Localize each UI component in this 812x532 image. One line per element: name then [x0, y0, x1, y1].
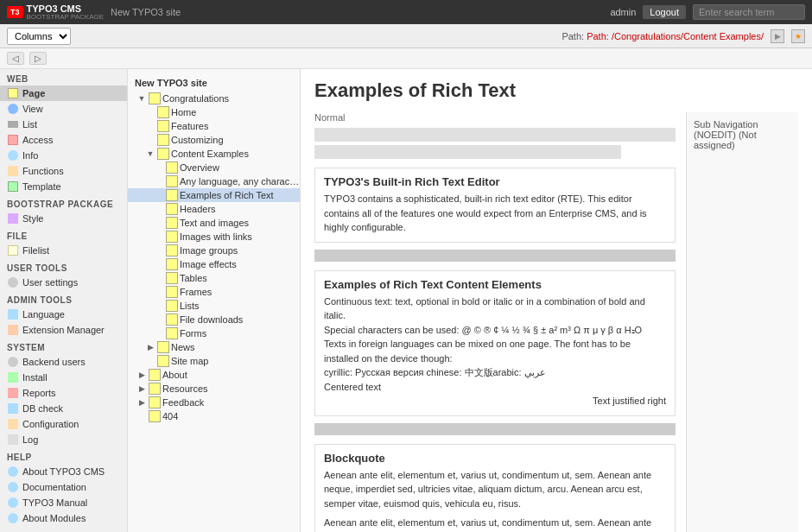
- sidebar-item-documentation[interactable]: Documentation: [0, 479, 127, 495]
- tree-item-text-feedback: Feedback: [162, 397, 204, 408]
- tree-item-images-links[interactable]: Images with links: [128, 230, 300, 244]
- sidebar-item-about-modules[interactable]: About Modules: [0, 510, 127, 526]
- sidebar-item-label-db-check: DB check: [22, 403, 63, 414]
- tree-toggle-about[interactable]: ▶: [136, 370, 147, 380]
- columns-select[interactable]: Columns: [7, 28, 71, 45]
- sidebar-item-reports[interactable]: Reports: [0, 385, 127, 401]
- elements-text6: Text justified right: [324, 394, 666, 408]
- install-icon: [7, 371, 19, 383]
- tree-item-content-examples[interactable]: ▼Content Examples: [128, 147, 300, 161]
- sidebar-section-file: FILE: [0, 226, 127, 243]
- sidebar-item-template[interactable]: Template: [0, 179, 127, 194]
- tree-toggle-file-downloads: [154, 314, 164, 325]
- tree-item-congratulations[interactable]: ▼Congratulations: [128, 92, 300, 105]
- sidebar-item-access[interactable]: Access: [0, 132, 127, 148]
- back-icon[interactable]: ◁: [7, 52, 24, 65]
- tree-item-image-effects[interactable]: Image effects: [128, 257, 300, 271]
- tree-item-lists[interactable]: Lists: [128, 299, 300, 313]
- next-page-icon[interactable]: ★: [791, 29, 805, 43]
- tree-page-icon-resources: [149, 383, 161, 395]
- sidebar-item-info[interactable]: Info: [0, 148, 127, 163]
- tree-item-tables[interactable]: Tables: [128, 271, 300, 285]
- tree-page-icon-features: [157, 120, 169, 132]
- tree-page-icon-images-links: [166, 231, 178, 243]
- tree-item-any-language[interactable]: Any language, any character: [128, 174, 300, 188]
- tree-page-icon-home: [157, 106, 169, 118]
- path-display: Path: Path: /Congratulations/Content Exa…: [561, 31, 764, 41]
- tree-item-image-groups[interactable]: Image groups: [128, 244, 300, 257]
- tree-item-rich-text[interactable]: Examples of Rich Text: [128, 188, 300, 202]
- tree-toggle-feedback[interactable]: ▶: [136, 397, 147, 408]
- page-title: Examples of Rich Text: [314, 79, 798, 102]
- tree-toggle-news[interactable]: ▶: [145, 342, 155, 352]
- sidebar-item-label-about-modules: About Modules: [22, 513, 86, 523]
- forward-icon[interactable]: ▷: [29, 52, 47, 65]
- tree-toggle-site-map: [145, 356, 155, 366]
- sidebar-item-label-reports: Reports: [22, 388, 56, 398]
- tree-page-icon-file-downloads: [166, 314, 178, 326]
- sidebar-item-log[interactable]: Log: [0, 432, 127, 447]
- tree-item-site-map[interactable]: Site map: [128, 354, 300, 368]
- tree-item-frames[interactable]: Frames: [128, 285, 300, 299]
- tree-toggle-rich-text: [154, 190, 164, 200]
- tree-item-resources[interactable]: ▶Resources: [128, 382, 300, 396]
- module-toolbar: Columns Path: Path: /Congratulations/Con…: [0, 24, 812, 48]
- prev-page-icon[interactable]: ▶: [771, 29, 784, 43]
- tree-toggle-content-examples[interactable]: ▼: [145, 149, 155, 159]
- tree-page-icon-news: [157, 341, 169, 353]
- sidebar-section-web: WEB: [0, 69, 127, 86]
- tree-item-news[interactable]: ▶News: [128, 340, 300, 354]
- sidebar-item-backend-users[interactable]: Backend users: [0, 354, 127, 370]
- tree-item-text-headers: Headers: [180, 204, 216, 214]
- sidebar-item-functions[interactable]: Functions: [0, 163, 127, 179]
- tree-item-headers[interactable]: Headers: [128, 202, 300, 216]
- tree-item-404[interactable]: 404: [128, 409, 300, 423]
- sidebar-item-user-settings[interactable]: User settings: [0, 275, 127, 290]
- tree-item-text-image-groups: Image groups: [180, 245, 238, 256]
- tree-item-text-images[interactable]: Text and images: [128, 216, 300, 230]
- sidebar-item-style[interactable]: Style: [0, 211, 127, 226]
- tree-toggle-resources[interactable]: ▶: [136, 383, 147, 394]
- tree-item-home[interactable]: Home: [128, 105, 300, 119]
- sidebar-item-install[interactable]: Install: [0, 370, 127, 385]
- sidebar-item-about-typo3[interactable]: About TYPO3 CMS: [0, 464, 127, 479]
- sidebar-item-page[interactable]: Page: [0, 86, 127, 101]
- tree-item-text-rich-text: Examples of Rich Text: [180, 190, 274, 200]
- tree-item-file-downloads[interactable]: File downloads: [128, 313, 300, 326]
- tree-toggle-image-effects: [154, 259, 164, 269]
- tree-item-text-text-images: Text and images: [180, 218, 249, 228]
- tree-page-icon-rich-text: [166, 189, 178, 201]
- tree-item-forms[interactable]: Forms: [128, 326, 300, 340]
- tree-toggle-any-language: [154, 176, 164, 187]
- sidebar-item-extension-manager[interactable]: Extension Manager: [0, 322, 127, 338]
- sidebar-item-filelist[interactable]: Filelist: [0, 243, 127, 258]
- tree-item-about[interactable]: ▶About: [128, 368, 300, 382]
- elements-text2: Special characters can be used: @ © ® ¢ …: [324, 323, 666, 338]
- sidebar-item-db-check[interactable]: DB check: [0, 401, 127, 416]
- sidebar-item-configuration[interactable]: Configuration: [0, 416, 127, 432]
- tree-page-icon-site-map: [157, 355, 169, 367]
- logout-button[interactable]: Logout: [643, 5, 686, 19]
- sidebar-section-help: HELP: [0, 447, 127, 464]
- rte-title: TYPO3's Built-in Rich Text Editor: [324, 175, 666, 188]
- blockquote-text1: Aenean ante elit, elementum et, varius u…: [324, 468, 666, 511]
- tree-item-text-customizing: Customizing: [171, 135, 224, 145]
- logo-icon: T3: [7, 6, 23, 18]
- sidebar-item-view[interactable]: View: [0, 101, 127, 117]
- info-icon: [7, 512, 19, 524]
- tree-page-icon-image-effects: [166, 258, 178, 270]
- tree-item-overview[interactable]: Overview: [128, 161, 300, 174]
- sidebar-item-list[interactable]: List: [0, 117, 127, 132]
- tree-item-feedback[interactable]: ▶Feedback: [128, 396, 300, 409]
- right-panel-title: Sub Navigation (NOEDIT) (Not assigned): [694, 119, 791, 150]
- tree-toggle-congratulations[interactable]: ▼: [136, 93, 147, 104]
- normal-label: Normal: [314, 112, 676, 123]
- sidebar-item-typo3-manual[interactable]: TYPO3 Manual: [0, 495, 127, 510]
- logo-text: TYPO3 CMS: [27, 3, 105, 14]
- search-input[interactable]: [693, 4, 805, 20]
- filelist-icon: [7, 244, 19, 256]
- sidebar-item-language[interactable]: Language: [0, 307, 127, 322]
- tree-item-features[interactable]: Features: [128, 119, 300, 133]
- gray-bar-1: [314, 128, 676, 142]
- tree-item-customizing[interactable]: Customizing: [128, 133, 300, 147]
